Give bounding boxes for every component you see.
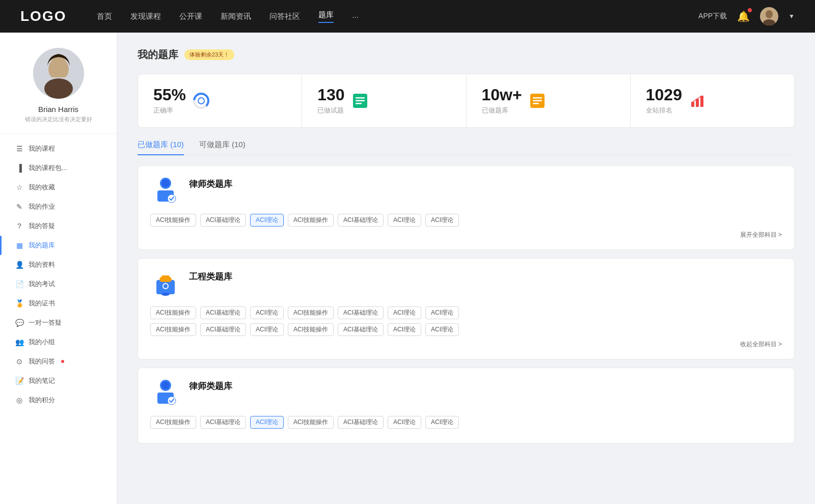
user-avatar-nav[interactable] — [760, 7, 778, 25]
collapse-link-engineer[interactable]: 收起全部科目 > — [150, 340, 782, 349]
stat-ranking: 1029 全站排名 — [631, 74, 794, 127]
sidebar-label-favorites: 我的收藏 — [29, 183, 55, 192]
nav-news[interactable]: 新闻资讯 — [221, 12, 251, 21]
tag-active[interactable]: ACI理论 — [250, 214, 284, 227]
user-menu-chevron[interactable]: ▼ — [789, 13, 795, 20]
lawyer-icon-1 — [150, 176, 181, 207]
sidebar-item-course-package[interactable]: ▐ 我的课程包... — [0, 158, 117, 178]
nav-home[interactable]: 首页 — [97, 12, 112, 21]
sidebar-item-points[interactable]: ◎ 我的积分 — [0, 390, 117, 410]
tag[interactable]: ACI基础理论 — [338, 323, 384, 336]
stats-row: 55% 正确率 130 已做试题 — [138, 74, 795, 128]
tag[interactable]: ACI理论 — [425, 306, 459, 319]
sidebar-profile: Brian Harris 错误的决定比没有决定要好 — [0, 48, 117, 134]
svg-rect-16 — [533, 97, 542, 99]
tag[interactable]: ACI技能操作 — [288, 416, 334, 429]
logo[interactable]: LOGO — [20, 8, 66, 24]
sidebar-menu: ☰ 我的课程 ▐ 我的课程包... ☆ 我的收藏 ✎ 我的作业 ? 我的答疑 ▦… — [0, 134, 117, 415]
tag[interactable]: ACI技能操作 — [288, 214, 334, 227]
sidebar-item-homework[interactable]: ✎ 我的作业 — [0, 197, 117, 216]
svg-rect-21 — [700, 96, 703, 107]
trial-badge: 体验剩余23天！ — [184, 49, 234, 60]
sidebar-label-1on1: 一对一答疑 — [29, 318, 62, 327]
svg-point-29 — [161, 293, 170, 296]
sidebar-item-my-courses[interactable]: ☰ 我的课程 — [0, 139, 117, 158]
tag[interactable]: ACI理论 — [425, 416, 459, 429]
grid-icon: ▦ — [15, 241, 23, 249]
qbank-tags-lawyer-1: ACI技能操作 ACI基础理论 ACI理论 ACI技能操作 ACI基础理论 AC… — [150, 214, 782, 227]
sidebar-item-qa[interactable]: ? 我的答疑 — [0, 216, 117, 236]
sidebar-item-my-qa[interactable]: ⊙ 我的问答 — [0, 352, 117, 371]
tag[interactable]: ACI基础理论 — [338, 214, 384, 227]
tag[interactable]: ACI基础理论 — [338, 416, 384, 429]
sidebar-label-cert: 我的证书 — [29, 299, 55, 308]
sidebar-item-group[interactable]: 👥 我的小组 — [0, 332, 117, 352]
sidebar-item-cert[interactable]: 🏅 我的证书 — [0, 294, 117, 313]
qbank-card-lawyer-1: 律师类题库 ACI技能操作 ACI基础理论 ACI理论 ACI技能操作 ACI基… — [138, 165, 795, 250]
stat-done-questions: 130 已做试题 — [302, 74, 466, 127]
tag[interactable]: ACI基础理论 — [338, 306, 384, 319]
note-icon: 📝 — [15, 377, 23, 385]
sidebar-username: Brian Harris — [10, 105, 106, 114]
notification-bell[interactable]: 🔔 — [737, 10, 750, 22]
sidebar-item-qbank[interactable]: ▦ 我的题库 — [0, 236, 117, 255]
sidebar-item-profile[interactable]: 👤 我的资料 — [0, 255, 117, 274]
qbank-tags-lawyer-2: ACI技能操作 ACI基础理论 ACI理论 ACI技能操作 ACI基础理论 AC… — [150, 416, 782, 429]
tag[interactable]: ACI技能操作 — [288, 323, 334, 336]
tag[interactable]: ACI基础理论 — [200, 306, 246, 319]
stat-ranking-label: 全站排名 — [646, 106, 682, 115]
app-download-link[interactable]: APP下载 — [698, 12, 727, 21]
tag[interactable]: ACI技能操作 — [150, 323, 196, 336]
avatar — [33, 48, 84, 99]
tag[interactable]: ACI理论 — [250, 306, 284, 319]
stat-done-banks-value: 10w+ — [482, 87, 522, 103]
svg-point-23 — [161, 179, 170, 187]
nav-open-course[interactable]: 公开课 — [179, 12, 202, 21]
navbar: LOGO 首页 发现课程 公开课 新闻资讯 问答社区 题库 ··· APP下载 … — [0, 0, 815, 33]
svg-rect-20 — [696, 99, 699, 107]
tag[interactable]: ACI理论 — [388, 416, 421, 429]
nav-qbank[interactable]: 题库 — [318, 10, 334, 23]
tab-available-banks[interactable]: 可做题库 (10) — [199, 140, 246, 155]
tag[interactable]: ACI技能操作 — [150, 214, 196, 227]
expand-link-lawyer-1[interactable]: 展开全部科目 > — [150, 231, 782, 239]
tag[interactable]: ACI基础理论 — [200, 214, 246, 227]
sidebar-label-group: 我的小组 — [29, 338, 55, 347]
tab-done-banks[interactable]: 已做题库 (10) — [138, 140, 184, 155]
tag[interactable]: ACI技能操作 — [150, 416, 196, 429]
tag[interactable]: ACI理论 — [425, 323, 459, 336]
tag[interactable]: ACI理论 — [388, 214, 421, 227]
nav-qa[interactable]: 问答社区 — [269, 12, 300, 21]
sidebar-label-my-courses: 我的课程 — [29, 144, 55, 153]
sidebar: Brian Harris 错误的决定比没有决定要好 ☰ 我的课程 ▐ 我的课程包… — [0, 33, 117, 504]
svg-rect-12 — [356, 97, 365, 99]
qbank-title-engineer: 工程类题库 — [189, 269, 232, 283]
tag-active[interactable]: ACI理论 — [250, 416, 284, 429]
chat-icon: 💬 — [15, 319, 23, 327]
tag[interactable]: ACI理论 — [388, 323, 421, 336]
svg-rect-28 — [161, 275, 170, 278]
tag[interactable]: ACI理论 — [250, 323, 284, 336]
main-content: 我的题库 体验剩余23天！ 55% 正确率 — [117, 33, 815, 504]
question-icon: ? — [15, 222, 23, 230]
tag[interactable]: ACI基础理论 — [200, 416, 246, 429]
sidebar-item-1on1[interactable]: 💬 一对一答疑 — [0, 313, 117, 332]
sidebar-label-profile: 我的资料 — [29, 260, 55, 269]
svg-point-10 — [198, 98, 204, 104]
stat-done-questions-value: 130 — [317, 87, 344, 103]
qbank-tags-engineer-row2: ACI技能操作 ACI基础理论 ACI理论 ACI技能操作 ACI基础理论 AC… — [150, 323, 782, 336]
nav-discover[interactable]: 发现课程 — [130, 12, 161, 21]
sidebar-item-notes[interactable]: 📝 我的笔记 — [0, 371, 117, 390]
tag[interactable]: ACI理论 — [425, 214, 459, 227]
svg-point-25 — [168, 194, 176, 203]
sidebar-item-exam[interactable]: 📄 我的考试 — [0, 274, 117, 294]
tag[interactable]: ACI基础理论 — [200, 323, 246, 336]
tag[interactable]: ACI技能操作 — [288, 306, 334, 319]
accuracy-icon — [192, 92, 210, 110]
nav-more[interactable]: ··· — [352, 12, 359, 21]
tag[interactable]: ACI理论 — [388, 306, 421, 319]
qa-icon: ⊙ — [15, 357, 23, 366]
sidebar-item-favorites[interactable]: ☆ 我的收藏 — [0, 178, 117, 197]
nav-links: 首页 发现课程 公开课 新闻资讯 问答社区 题库 ··· — [97, 10, 698, 23]
tag[interactable]: ACI技能操作 — [150, 306, 196, 319]
